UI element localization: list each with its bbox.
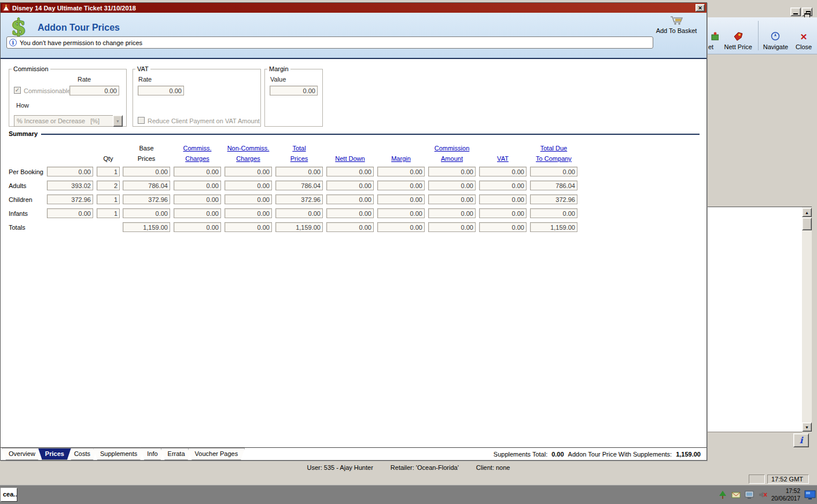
scroll-up-button[interactable]: ▲ bbox=[802, 208, 812, 217]
info-button[interactable]: i bbox=[793, 433, 809, 447]
close-button[interactable]: ✕ Close bbox=[790, 17, 817, 54]
cell-vat[interactable]: 0.00 bbox=[479, 167, 527, 176]
tab-costs[interactable]: Costs bbox=[67, 448, 97, 460]
restore-button[interactable] bbox=[802, 8, 812, 16]
commissionable-checkbox[interactable]: ✓ bbox=[14, 87, 21, 94]
navigate-button[interactable]: Navigate bbox=[761, 17, 791, 54]
cell-commission-amount[interactable]: 0.00 bbox=[428, 194, 476, 204]
cell-unit-price[interactable]: 0.00 bbox=[47, 208, 93, 218]
cell-unit-price[interactable]: 0.00 bbox=[47, 167, 93, 176]
cell-commiss-charges[interactable]: 0.00 bbox=[174, 208, 221, 218]
tab-errata[interactable]: Errata bbox=[161, 448, 192, 460]
cell-qty[interactable]: 1 bbox=[97, 167, 120, 176]
cell-total-prices[interactable]: 0.00 bbox=[275, 167, 323, 176]
scroll-down-button[interactable]: ▼ bbox=[802, 422, 812, 432]
cell-nett-down[interactable]: 0.00 bbox=[326, 208, 374, 218]
cell-noncommiss-charges[interactable]: 0.00 bbox=[225, 222, 272, 232]
cell-margin[interactable]: 0.00 bbox=[377, 208, 425, 218]
dialog-titlebar[interactable]: Disney 14 Day Ultimate Ticket 31/10/2018… bbox=[1, 3, 706, 13]
cell-margin[interactable]: 0.00 bbox=[377, 181, 425, 190]
cell-commiss-charges[interactable]: 0.00 bbox=[174, 222, 221, 232]
col-total-prices-2[interactable]: Prices bbox=[275, 155, 323, 163]
cell-noncommiss-charges[interactable]: 0.00 bbox=[225, 181, 272, 190]
col-commiss-charges-2[interactable]: Charges bbox=[174, 155, 221, 163]
cell-total-due[interactable]: 786.04 bbox=[530, 181, 577, 190]
vertical-scrollbar[interactable]: ▲ ▼ bbox=[802, 207, 812, 432]
cell-total-prices[interactable]: 0.00 bbox=[275, 208, 323, 218]
cell-commission-amount[interactable]: 0.00 bbox=[428, 208, 476, 218]
cell-total-prices[interactable]: 372.96 bbox=[275, 194, 323, 204]
cell-margin[interactable]: 0.00 bbox=[377, 222, 425, 232]
cell-commission-amount[interactable]: 0.00 bbox=[428, 181, 476, 190]
vat-rate-field[interactable]: 0.00 bbox=[138, 86, 184, 95]
cell-base[interactable]: 1,159.00 bbox=[123, 222, 170, 232]
cell-unit-price[interactable]: 372.96 bbox=[47, 194, 93, 204]
col-noncommiss-charges-2[interactable]: Charges bbox=[225, 155, 272, 163]
col-vat[interactable]: VAT bbox=[479, 155, 527, 163]
cell-total-due[interactable]: 1,159.00 bbox=[530, 222, 577, 232]
dropdown-arrow-icon[interactable]: ▼ bbox=[113, 115, 123, 127]
tab-info[interactable]: Info bbox=[140, 448, 164, 460]
tab-voucher-pages[interactable]: Voucher Pages bbox=[188, 448, 245, 460]
add-to-basket-button[interactable]: Add To Basket bbox=[654, 16, 698, 34]
col-margin[interactable]: Margin bbox=[377, 155, 425, 163]
cell-qty[interactable]: 1 bbox=[97, 194, 120, 204]
minimize-button[interactable] bbox=[790, 8, 801, 16]
tab-supplements[interactable]: Supplements bbox=[93, 448, 144, 460]
reduce-vat-checkbox[interactable] bbox=[138, 117, 145, 124]
cell-commission-amount[interactable]: 0.00 bbox=[428, 167, 476, 176]
commission-rate-field[interactable]: 0.00 bbox=[69, 86, 119, 95]
cell-base[interactable]: 0.00 bbox=[123, 167, 170, 176]
cell-nett-down[interactable]: 0.00 bbox=[326, 167, 374, 176]
cell-qty[interactable]: 2 bbox=[97, 181, 120, 190]
basket-button-partial[interactable]: et bbox=[707, 17, 721, 54]
cell-base[interactable]: 0.00 bbox=[123, 208, 170, 218]
cell-unit-price[interactable]: 393.02 bbox=[47, 181, 93, 190]
cell-noncommiss-charges[interactable]: 0.00 bbox=[225, 194, 272, 204]
col-total-prices[interactable]: Total bbox=[275, 145, 323, 153]
dialog-close-button[interactable]: ✕ bbox=[695, 4, 705, 12]
col-noncommiss-charges[interactable]: Non-Commiss. bbox=[225, 145, 272, 153]
col-commiss-charges[interactable]: Commiss. bbox=[174, 145, 221, 153]
how-dropdown[interactable]: % Increase or Decrease [%] ▼ bbox=[14, 115, 123, 127]
cell-noncommiss-charges[interactable]: 0.00 bbox=[225, 208, 272, 218]
cell-vat[interactable]: 0.00 bbox=[479, 222, 527, 232]
cell-commission-amount[interactable]: 0.00 bbox=[428, 222, 476, 232]
col-commission-amount-2[interactable]: Amount bbox=[428, 155, 476, 163]
margin-value-field[interactable]: 0.00 bbox=[270, 86, 318, 95]
tray-tree-icon[interactable] bbox=[718, 490, 727, 499]
cell-nett-down[interactable]: 0.00 bbox=[326, 222, 374, 232]
cell-vat[interactable]: 0.00 bbox=[479, 181, 527, 190]
cell-total-prices[interactable]: 1,159.00 bbox=[275, 222, 323, 232]
tray-clock[interactable]: 17:52 20/06/2017 bbox=[771, 487, 800, 502]
col-total-due[interactable]: Total Due bbox=[530, 145, 577, 153]
taskbar-task-button[interactable]: cea... bbox=[1, 488, 17, 502]
tray-volume-muted-icon[interactable] bbox=[758, 490, 767, 499]
cell-nett-down[interactable]: 0.00 bbox=[326, 181, 374, 190]
cell-total-due[interactable]: 372.96 bbox=[530, 194, 577, 204]
tray-mail-icon[interactable] bbox=[731, 490, 741, 499]
cell-vat[interactable]: 0.00 bbox=[479, 208, 527, 218]
cell-base[interactable]: 372.96 bbox=[123, 194, 170, 204]
cell-nett-down[interactable]: 0.00 bbox=[326, 194, 374, 204]
cell-vat[interactable]: 0.00 bbox=[479, 194, 527, 204]
cell-margin[interactable]: 0.00 bbox=[377, 167, 425, 176]
cell-total-due[interactable]: 0.00 bbox=[530, 167, 577, 176]
cell-commiss-charges[interactable]: 0.00 bbox=[174, 194, 221, 204]
col-commission-amount[interactable]: Commission bbox=[428, 145, 476, 153]
col-nett-down[interactable]: Nett Down bbox=[326, 155, 374, 163]
scroll-thumb[interactable] bbox=[802, 218, 812, 230]
cell-commiss-charges[interactable]: 0.00 bbox=[174, 167, 221, 176]
cell-margin[interactable]: 0.00 bbox=[377, 194, 425, 204]
tray-network-display-icon[interactable] bbox=[804, 490, 816, 500]
cell-qty[interactable]: 1 bbox=[97, 208, 120, 218]
col-total-due-2[interactable]: To Company bbox=[530, 155, 577, 163]
tab-prices[interactable]: Prices bbox=[38, 448, 71, 460]
cell-noncommiss-charges[interactable]: 0.00 bbox=[225, 167, 272, 176]
nett-price-button[interactable]: Nett Price bbox=[721, 17, 756, 54]
tab-overview[interactable]: Overview bbox=[2, 448, 42, 460]
cell-base[interactable]: 786.04 bbox=[123, 181, 170, 190]
cell-commiss-charges[interactable]: 0.00 bbox=[174, 181, 221, 190]
tray-display-icon[interactable] bbox=[745, 490, 754, 499]
cell-total-prices[interactable]: 786.04 bbox=[275, 181, 323, 190]
